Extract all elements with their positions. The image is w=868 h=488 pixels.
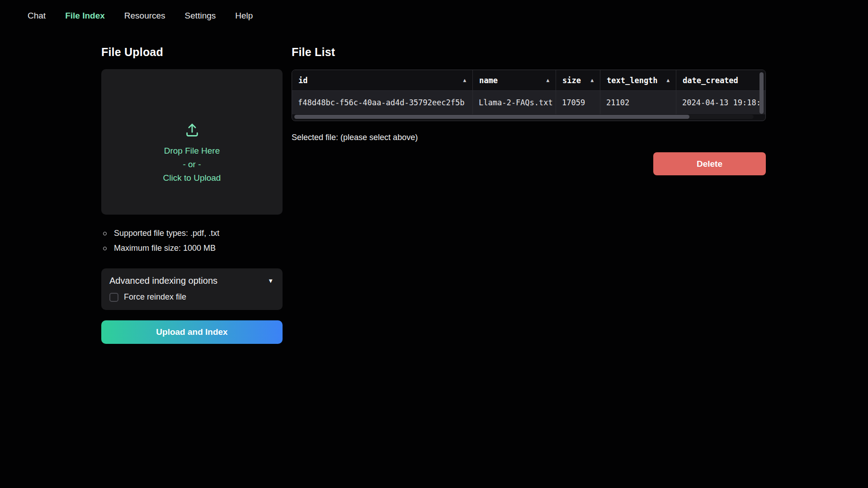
or-text: - or - [163, 158, 221, 171]
file-list-title: File List [292, 46, 766, 59]
delete-button[interactable]: Delete [653, 152, 766, 175]
force-reindex-row[interactable]: Force reindex file [109, 292, 274, 302]
file-list-panel: File List id▲name▲size▲text_length▲date_… [292, 46, 766, 175]
sort-asc-icon: ▲ [463, 77, 466, 83]
file-upload-title: File Upload [101, 46, 283, 59]
cell-text_length[interactable]: 21102 [600, 91, 676, 114]
force-reindex-label: Force reindex file [124, 292, 186, 302]
column-header-name[interactable]: name▲ [473, 70, 556, 90]
tab-resources[interactable]: Resources [124, 11, 165, 21]
tab-help[interactable]: Help [235, 11, 253, 21]
tab-chat[interactable]: Chat [28, 11, 46, 21]
sort-asc-icon: ▲ [590, 77, 594, 83]
column-label: id [298, 76, 307, 85]
advanced-options-accordion-header[interactable]: Advanced indexing options ▼ [109, 276, 274, 286]
horizontal-scrollbar-thumb[interactable] [294, 115, 689, 119]
dropzone-content: Drop File Here - or - Click to Upload [163, 122, 221, 185]
circle-bullet-icon [103, 232, 107, 235]
tab-settings[interactable]: Settings [185, 11, 216, 21]
upload-note: Maximum file size: 1000 MB [103, 241, 283, 256]
advanced-options-accordion: Advanced indexing options ▼ Force reinde… [101, 268, 283, 310]
accordion-title: Advanced indexing options [109, 276, 217, 286]
column-header-date_created[interactable]: date_created [676, 70, 765, 90]
cell-size[interactable]: 17059 [556, 91, 600, 114]
sort-asc-icon: ▲ [546, 77, 549, 83]
chevron-down-icon: ▼ [268, 277, 274, 284]
column-label: text_length [607, 76, 658, 85]
drop-file-here-text: Drop File Here [163, 144, 221, 158]
selected-file-status: Selected file: (please select above) [292, 133, 766, 142]
upload-note-text: Supported file types: .pdf, .txt [114, 229, 219, 238]
top-nav: ChatFile IndexResourcesSettingsHelp [0, 0, 868, 32]
vertical-scrollbar-thumb[interactable] [760, 72, 764, 114]
file-dropzone[interactable]: Drop File Here - or - Click to Upload [101, 69, 283, 215]
column-header-text_length[interactable]: text_length▲ [600, 70, 676, 90]
table-row[interactable]: f48d48bc-f56c-40aa-ad4d-35792eec2f5bLlam… [292, 91, 765, 114]
sort-asc-icon: ▲ [666, 77, 670, 83]
file-table: id▲name▲size▲text_length▲date_created f4… [292, 70, 766, 121]
cell-date_created[interactable]: 2024-04-13 19:18: [676, 91, 765, 114]
column-label: date_created [683, 76, 738, 85]
column-label: size [562, 76, 581, 85]
force-reindex-checkbox[interactable] [109, 293, 118, 302]
file-upload-panel: File Upload Drop File Here - or - Click … [101, 46, 283, 344]
column-label: name [479, 76, 498, 85]
upload-note: Supported file types: .pdf, .txt [103, 226, 283, 241]
column-header-id[interactable]: id▲ [292, 70, 473, 90]
table-header-row: id▲name▲size▲text_length▲date_created [292, 70, 765, 91]
app-screen: ChatFile IndexResourcesSettingsHelp File… [0, 0, 868, 488]
circle-bullet-icon [103, 247, 107, 250]
upload-note-text: Maximum file size: 1000 MB [114, 244, 216, 253]
table-body: f48d48bc-f56c-40aa-ad4d-35792eec2f5bLlam… [292, 91, 765, 114]
horizontal-scrollbar[interactable] [294, 115, 754, 119]
column-header-size[interactable]: size▲ [556, 70, 600, 90]
upload-and-index-button[interactable]: Upload and Index [101, 320, 283, 344]
upload-notes: Supported file types: .pdf, .txtMaximum … [101, 226, 283, 256]
click-to-upload-link[interactable]: Click to Upload [163, 171, 221, 185]
cell-id[interactable]: f48d48bc-f56c-40aa-ad4d-35792eec2f5b [292, 91, 473, 114]
tab-file-index[interactable]: File Index [65, 11, 105, 21]
cell-name[interactable]: Llama-2-FAQs.txt [473, 91, 556, 114]
upload-icon [184, 122, 200, 138]
vertical-scrollbar[interactable] [760, 72, 764, 114]
